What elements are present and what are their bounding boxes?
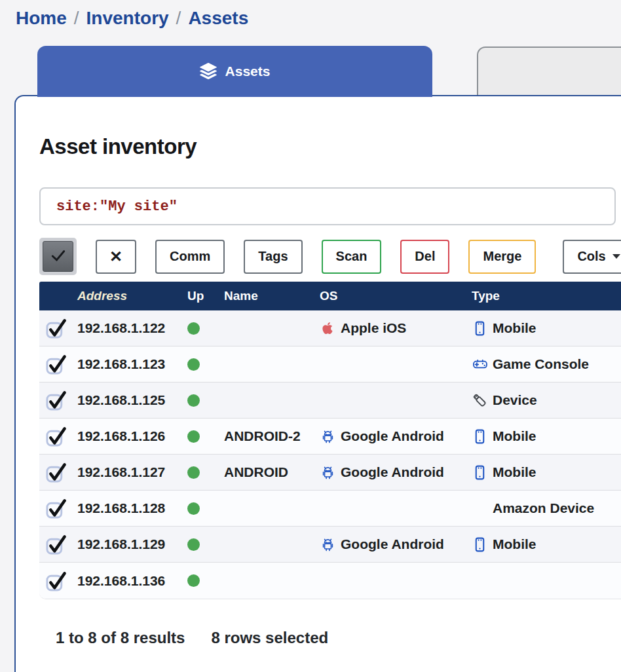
row-select-cell: [39, 461, 73, 483]
breadcrumb-separator: /: [176, 8, 181, 28]
breadcrumb-separator: /: [74, 8, 79, 28]
asset-type-label: Amazon Device: [493, 500, 594, 516]
status-up-dot: [187, 538, 200, 551]
asset-address[interactable]: 192.168.1.129: [73, 536, 182, 552]
table-row[interactable]: 192.168.1.126ANDROID-2Google AndroidMobi…: [39, 419, 621, 455]
column-header-type[interactable]: Type: [466, 289, 621, 303]
merge-button[interactable]: Merge: [468, 240, 536, 274]
asset-type-label: Mobile: [493, 464, 536, 480]
status-up-dot: [187, 430, 200, 443]
mobile-icon: [472, 464, 493, 481]
asset-type-label: Mobile: [493, 536, 536, 552]
check-icon: [48, 246, 68, 267]
android-icon: [320, 464, 341, 481]
asset-type-label: Device: [493, 392, 537, 408]
asset-os-cell: Google Android: [316, 428, 466, 445]
table-row[interactable]: 192.168.1.127ANDROIDGoogle AndroidMobile: [39, 455, 621, 491]
gamepad-icon: [472, 356, 493, 373]
checkbox-checked-icon[interactable]: [45, 497, 67, 519]
breadcrumb-home[interactable]: Home: [16, 8, 67, 28]
table-body: 192.168.1.122Apple iOSMobile192.168.1.12…: [39, 310, 621, 599]
scan-button[interactable]: Scan: [322, 240, 382, 274]
row-select-cell: [39, 425, 73, 447]
checkbox-checked-icon[interactable]: [45, 353, 67, 375]
select-all-button[interactable]: [39, 238, 77, 275]
breadcrumb-inventory[interactable]: Inventory: [86, 8, 169, 28]
column-header-up[interactable]: Up: [182, 289, 217, 303]
asset-type-label: Mobile: [493, 428, 536, 444]
asset-address[interactable]: 192.168.1.126: [73, 428, 182, 444]
column-header-address[interactable]: Address: [73, 289, 182, 303]
status-up-dot: [187, 466, 200, 479]
checkbox-checked-icon[interactable]: [45, 461, 67, 483]
asset-type-cell: Amazon Device: [466, 500, 621, 516]
layers-icon: [200, 63, 217, 80]
table-row[interactable]: 192.168.1.136: [39, 563, 621, 599]
breadcrumb-assets[interactable]: Assets: [188, 8, 248, 28]
up-status-cell: [182, 394, 217, 407]
table-row[interactable]: 192.168.1.123Game Console: [39, 346, 621, 383]
row-select-cell: [39, 497, 73, 519]
scan-button-label: Scan: [336, 249, 367, 264]
table-row[interactable]: 192.168.1.129Google AndroidMobile: [39, 527, 621, 563]
columns-button[interactable]: Cols: [563, 240, 621, 274]
up-status-cell: [182, 466, 217, 479]
row-select-cell: [39, 533, 73, 555]
asset-os-cell: Google Android: [316, 536, 466, 553]
row-select-cell: [39, 317, 73, 339]
table-row[interactable]: 192.168.1.128Amazon Device: [39, 491, 621, 527]
asset-type-cell: Game Console: [466, 356, 621, 373]
asset-type-cell: Mobile: [466, 464, 621, 481]
mobile-icon: [472, 536, 493, 553]
up-status-cell: [182, 538, 217, 551]
comment-button-label: Comm: [170, 249, 210, 264]
column-header-os[interactable]: OS: [316, 289, 466, 303]
deselect-all-button[interactable]: ✕: [96, 240, 136, 274]
android-icon: [320, 428, 341, 445]
table-header-row: Address Up Name OS Type: [39, 282, 621, 310]
rows-selected-count: 8 rows selected: [211, 629, 328, 647]
delete-button[interactable]: Del: [400, 240, 449, 274]
usb-icon: [472, 392, 493, 409]
search-query-input[interactable]: [39, 187, 616, 225]
tab-secondary[interactable]: [477, 47, 621, 97]
toolbar: ✕ Comm Tags Scan Del Merge Cols: [39, 238, 621, 275]
column-header-name[interactable]: Name: [217, 289, 316, 303]
asset-address[interactable]: 192.168.1.128: [73, 500, 182, 516]
asset-os-label: Google Android: [341, 536, 444, 552]
checkbox-checked-icon[interactable]: [45, 425, 67, 447]
mobile-icon: [472, 320, 493, 337]
android-icon: [320, 536, 341, 553]
asset-os-cell: Google Android: [316, 464, 466, 481]
table-row[interactable]: 192.168.1.125Device: [39, 383, 621, 419]
status-up-dot: [187, 394, 200, 407]
checkbox-checked-icon[interactable]: [45, 533, 67, 555]
tab-assets-label: Assets: [225, 64, 271, 79]
row-select-cell: [39, 389, 73, 411]
asset-type-cell: Device: [466, 392, 621, 409]
asset-name: ANDROID: [217, 464, 316, 480]
up-status-cell: [182, 322, 217, 335]
asset-name: ANDROID-2: [217, 428, 316, 444]
tags-button[interactable]: Tags: [244, 240, 302, 274]
asset-address[interactable]: 192.168.1.122: [73, 320, 182, 336]
checkbox-checked-icon[interactable]: [45, 317, 67, 339]
asset-address[interactable]: 192.168.1.125: [73, 392, 182, 408]
up-status-cell: [182, 502, 217, 515]
table-row[interactable]: 192.168.1.122Apple iOSMobile: [39, 310, 621, 346]
asset-type-cell: Mobile: [466, 428, 621, 445]
tab-assets[interactable]: Assets: [37, 46, 432, 97]
status-up-dot: [187, 502, 200, 515]
checkbox-checked-icon[interactable]: [45, 389, 67, 411]
asset-type-label: Mobile: [493, 320, 536, 336]
checkbox-checked-icon[interactable]: [45, 570, 67, 592]
asset-type-cell: Mobile: [466, 320, 621, 337]
comment-button[interactable]: Comm: [155, 240, 225, 274]
asset-type-label: Game Console: [493, 356, 589, 372]
asset-address[interactable]: 192.168.1.123: [73, 356, 182, 372]
asset-address[interactable]: 192.168.1.136: [73, 573, 182, 589]
results-footer: 1 to 8 of 8 results 8 rows selected: [56, 629, 328, 647]
breadcrumb: Home/Inventory/Assets: [16, 8, 248, 29]
asset-os-label: Apple iOS: [341, 320, 406, 336]
asset-address[interactable]: 192.168.1.127: [73, 464, 182, 480]
